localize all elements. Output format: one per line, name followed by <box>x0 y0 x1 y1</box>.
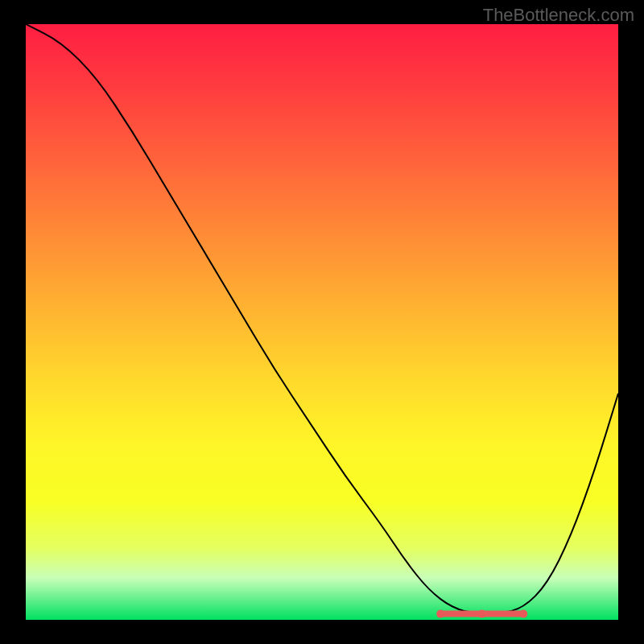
svg-point-0 <box>436 610 444 618</box>
bottleneck-curve-line <box>26 24 618 614</box>
chart-plot-area <box>26 24 618 620</box>
curve-svg <box>26 24 618 620</box>
svg-point-2 <box>478 610 486 618</box>
svg-point-1 <box>519 610 527 618</box>
watermark-text: TheBottleneck.com <box>483 5 634 26</box>
